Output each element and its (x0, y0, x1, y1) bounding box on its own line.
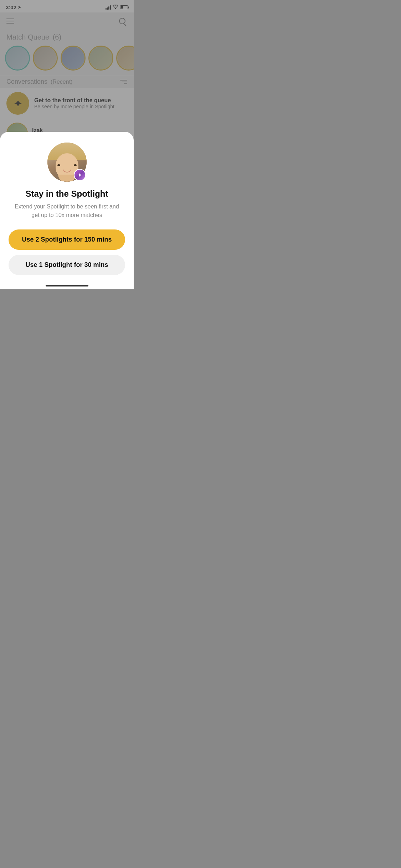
modal-avatar-container: ✦ (47, 143, 87, 182)
app-wrapper: 3:02 ➤ (0, 0, 134, 289)
spotlight-badge-star-icon: ✦ (77, 172, 82, 179)
modal-sheet: ✦ Stay in the Spotlight Extend your Spot… (0, 132, 134, 289)
spotlight-badge: ✦ (74, 169, 86, 181)
primary-action-button[interactable]: Use 2 Spotlights for 150 mins (9, 229, 125, 250)
secondary-action-button[interactable]: Use 1 Spotlight for 30 mins (9, 255, 125, 275)
home-indicator (46, 285, 88, 286)
modal-title: Stay in the Spotlight (26, 189, 108, 199)
modal-subtitle: Extend your Spotlight to be seen first a… (9, 202, 125, 219)
